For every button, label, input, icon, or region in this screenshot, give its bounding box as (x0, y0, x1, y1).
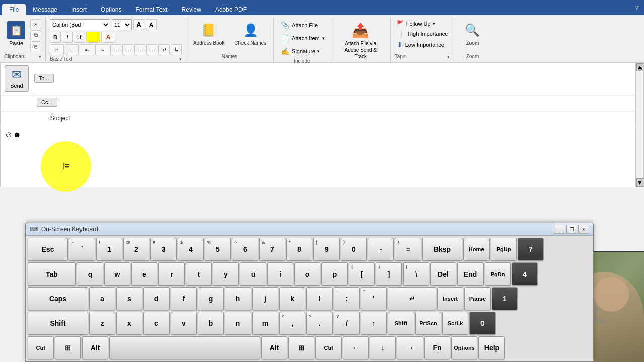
clipboard-expand[interactable]: ▾ (39, 54, 41, 59)
key-l[interactable]: l (306, 287, 333, 310)
send-button[interactable]: ✉ Send (5, 65, 29, 92)
key-left-bracket[interactable]: {[ (349, 262, 375, 286)
key-2[interactable]: @2 (123, 238, 149, 261)
key-0[interactable]: )0 (341, 238, 367, 261)
key-z[interactable]: z (89, 312, 115, 335)
key-backtick[interactable]: ~` (69, 238, 95, 261)
low-importance-button[interactable]: ⬇ Low Importance (395, 40, 450, 50)
key-f[interactable]: f (171, 287, 197, 310)
check-names-button[interactable]: 👤 Check Names (231, 19, 269, 48)
key-a[interactable]: a (89, 287, 115, 310)
key-shift-right[interactable]: Shift (388, 312, 414, 335)
key-home[interactable]: Home (463, 238, 490, 261)
key-arrow-left[interactable]: ← (343, 336, 369, 359)
key-9[interactable]: (9 (313, 238, 340, 261)
key-del[interactable]: Del (430, 262, 456, 286)
font-color-button[interactable]: A (101, 32, 115, 43)
key-prtscn[interactable]: PrtScn (415, 312, 441, 335)
basic-text-expand[interactable]: ▾ (179, 57, 182, 62)
email-body[interactable]: ☺☻ I≡ (1, 126, 643, 187)
key-4[interactable]: $4 (178, 238, 204, 261)
key-quote[interactable]: "' (361, 287, 387, 310)
keyboard-restore-button[interactable]: ❐ (566, 225, 577, 234)
italic-button[interactable]: I (62, 32, 73, 43)
key-arrow-up[interactable]: ↑ (361, 312, 387, 335)
follow-up-dropdown[interactable]: ▾ (433, 21, 435, 26)
increase-indent-button[interactable]: ⇥ (95, 44, 109, 55)
key-alt-right[interactable]: Alt (261, 336, 287, 359)
key-v[interactable]: v (171, 312, 197, 335)
key-r[interactable]: r (158, 262, 185, 286)
key-slash[interactable]: ?/ (334, 312, 360, 335)
decrease-indent-button[interactable]: ⇤ (80, 44, 94, 55)
key-3[interactable]: #3 (150, 238, 177, 261)
key-m[interactable]: m (252, 312, 278, 335)
cc-button[interactable]: Cc... (37, 98, 57, 107)
key-q[interactable]: q (77, 262, 103, 286)
signature-dropdown[interactable]: ▾ (317, 49, 320, 54)
key-period[interactable]: >. (306, 312, 333, 335)
keyboard-minimize-button[interactable]: _ (554, 225, 565, 234)
key-s[interactable]: s (116, 287, 142, 310)
attach-item-dropdown[interactable]: ▾ (322, 36, 325, 41)
attach-file-button[interactable]: 📎 Attach File (278, 19, 327, 31)
key-u[interactable]: u (240, 262, 266, 286)
key-caps[interactable]: Caps (28, 287, 88, 310)
cut-button[interactable]: ✂ (30, 19, 41, 29)
tab-insert[interactable]: Insert (64, 4, 94, 15)
key-1[interactable]: !1 (96, 238, 122, 261)
key-backspace[interactable]: Bksp (422, 238, 462, 261)
key-w[interactable]: w (104, 262, 130, 286)
key-help[interactable]: Help (478, 336, 505, 359)
key-tab[interactable]: Tab (28, 262, 76, 286)
font-shrink-button[interactable]: A (146, 19, 157, 30)
to-button[interactable]: To... (34, 74, 54, 83)
key-b[interactable]: b (198, 312, 224, 335)
key-n[interactable]: n (225, 312, 251, 335)
align-center-button[interactable]: ≡ (122, 44, 133, 55)
key-arrow-down[interactable]: ↓ (370, 336, 396, 359)
align-right-button[interactable]: ≡ (134, 44, 145, 55)
key-shift-left[interactable]: Shift (28, 312, 88, 335)
key-options[interactable]: Options (451, 336, 477, 359)
key-pause[interactable]: Pause (464, 287, 491, 310)
key-minus[interactable]: _- (368, 238, 394, 261)
key-y[interactable]: y (213, 262, 239, 286)
vertical-scrollbar[interactable]: ▲ ▼ ⚙ (635, 63, 643, 187)
key-comma[interactable]: <, (279, 312, 305, 335)
key-esc[interactable]: Esc (28, 238, 68, 261)
tab-review[interactable]: Review (175, 4, 208, 15)
key-backslash[interactable]: |\ (403, 262, 429, 286)
address-book-button[interactable]: 📒 Address Book (190, 19, 227, 48)
key-scrlk[interactable]: ScrLk (442, 312, 468, 335)
font-family-select[interactable]: Calibri (Bod (50, 19, 110, 30)
high-importance-button[interactable]: ❕ High Importance (395, 29, 450, 39)
key-x[interactable]: x (116, 312, 142, 335)
key-k[interactable]: k (279, 287, 305, 310)
align-justify-button[interactable]: ≡ (146, 44, 157, 55)
key-e[interactable]: e (131, 262, 157, 286)
key-pgdn[interactable]: PgDn (485, 262, 511, 286)
bullets-button[interactable]: ≡ (50, 44, 64, 55)
tab-file[interactable]: File (2, 4, 26, 15)
follow-up-button[interactable]: 🚩 Follow Up ▾ (395, 19, 450, 28)
key-end[interactable]: End (457, 262, 484, 286)
scroll-settings-icon[interactable]: ⚙ (637, 65, 642, 70)
key-i[interactable]: i (267, 262, 293, 286)
bold-button[interactable]: B (50, 32, 61, 43)
key-5[interactable]: %5 (205, 238, 231, 261)
paste-button[interactable]: 📋 Paste (4, 19, 28, 53)
attach-adobe-button[interactable]: 📤 Attach File via Adobe Send & Track (335, 19, 386, 62)
key-insert[interactable]: Insert (437, 287, 463, 310)
key-ctrl-right[interactable]: Ctrl (315, 336, 342, 359)
key-num7[interactable]: 7 (518, 238, 544, 261)
align-left-button[interactable]: ≡ (110, 44, 121, 55)
key-ctrl-left[interactable]: Ctrl (28, 336, 54, 359)
key-p[interactable]: p (321, 262, 348, 286)
underline-button[interactable]: U (74, 32, 85, 43)
key-win-right[interactable]: ⊞ (288, 336, 314, 359)
key-right-bracket[interactable]: }] (376, 262, 402, 286)
tab-adobe-pdf[interactable]: Adobe PDF (208, 4, 254, 15)
key-g[interactable]: g (198, 287, 224, 310)
key-arrow-right[interactable]: → (397, 336, 423, 359)
